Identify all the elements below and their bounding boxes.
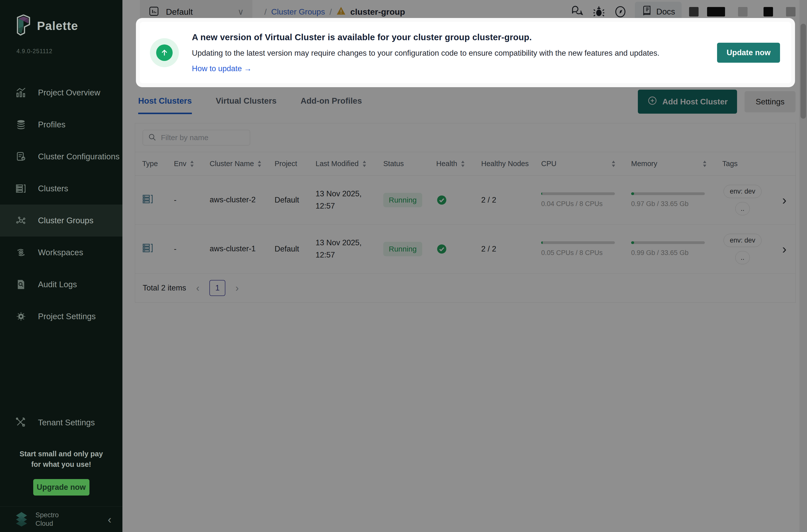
- row-expand-cell[interactable]: ›: [765, 176, 795, 224]
- scrollbar-thumb[interactable]: [801, 24, 806, 119]
- sidebar-item-workspaces[interactable]: Workspaces: [0, 236, 123, 268]
- user-avatar[interactable]: [764, 7, 773, 17]
- tag-badge: env: dev: [724, 234, 762, 247]
- column-header-memory[interactable]: Memory: [624, 152, 715, 175]
- docs-label: Docs: [656, 7, 675, 17]
- sidebar-item-profiles[interactable]: Profiles: [0, 109, 123, 140]
- table-row-aws-cluster-2[interactable]: - aws-cluster-2 Default 13 Nov 2025,12:5…: [135, 176, 795, 225]
- sort-icon[interactable]: [257, 160, 262, 167]
- audit-log-icon: [15, 279, 27, 290]
- sort-icon[interactable]: [461, 160, 465, 167]
- project-chart-icon: [148, 6, 159, 18]
- update-now-button[interactable]: Update now: [717, 43, 780, 63]
- chevron-right-icon[interactable]: ›: [772, 242, 793, 256]
- promo-line-2: for what you use!: [7, 459, 115, 470]
- project-selector[interactable]: Default ∨: [140, 0, 252, 23]
- redacted-block: [738, 7, 748, 17]
- column-header-status[interactable]: Status: [376, 152, 429, 175]
- sidebar-item-project-overview[interactable]: Project Overview: [0, 77, 123, 109]
- sidebar-item-label: Project Overview: [38, 88, 100, 97]
- table-footer: Total 2 items ‹ 1 ›: [135, 273, 795, 302]
- arrow-up-icon: [156, 44, 173, 61]
- column-header-actions: [765, 152, 795, 175]
- database-icon: [15, 119, 27, 131]
- sidebar-item-cluster-configurations[interactable]: Cluster Configurations: [0, 140, 123, 173]
- sort-icon[interactable]: [362, 160, 367, 167]
- sidebar-item-clusters[interactable]: Clusters: [0, 173, 123, 205]
- sort-icon[interactable]: [190, 160, 194, 167]
- breadcrumb-cluster-groups-link[interactable]: Cluster Groups: [271, 7, 325, 17]
- cpu-meter: [541, 192, 615, 195]
- table-row-aws-cluster-1[interactable]: - aws-cluster-1 Default 13 Nov 2025,12:5…: [135, 225, 795, 273]
- memory-meter: [631, 192, 705, 195]
- column-header-project[interactable]: Project: [267, 152, 308, 175]
- last-modified-cell: 13 Nov 2025,12:57: [308, 225, 376, 273]
- settings-button[interactable]: Settings: [745, 91, 795, 112]
- tags-cell: env: dev ..: [715, 225, 765, 273]
- column-header-type[interactable]: Type: [135, 152, 167, 175]
- chevron-right-icon[interactable]: ›: [772, 193, 793, 208]
- tab-host-clusters[interactable]: Host Clusters: [138, 89, 192, 114]
- sidebar-item-label: Audit Logs: [38, 280, 77, 289]
- orbit-icon: [15, 247, 27, 259]
- env-cell: -: [167, 176, 203, 224]
- bug-report-icon[interactable]: [592, 5, 606, 19]
- previous-page-icon[interactable]: ‹: [196, 283, 200, 293]
- redacted-block: [707, 7, 725, 17]
- how-to-update-link[interactable]: How to update →: [192, 64, 252, 73]
- upgrade-now-button[interactable]: Upgrade now: [33, 479, 90, 496]
- plus-circle-icon: [648, 96, 657, 108]
- cluster-name-cell[interactable]: aws-cluster-1: [203, 225, 267, 273]
- sidebar-item-tenant-settings[interactable]: Tenant Settings: [0, 406, 123, 439]
- sidebar-item-audit-logs[interactable]: Audit Logs: [0, 268, 123, 301]
- sort-icon[interactable]: [612, 160, 616, 167]
- chevron-down-icon: ∨: [238, 7, 244, 17]
- sidebar-item-label: Workspaces: [38, 248, 83, 257]
- column-header-cluster-name[interactable]: Cluster Name: [203, 152, 267, 175]
- column-header-env[interactable]: Env: [167, 152, 203, 175]
- add-host-cluster-button[interactable]: Add Host Cluster: [638, 90, 737, 114]
- sidebar-spacer: [0, 332, 123, 406]
- column-header-health[interactable]: Health: [429, 152, 474, 175]
- column-header-last-modified[interactable]: Last Modified: [308, 152, 376, 175]
- more-tags-badge[interactable]: ..: [735, 202, 750, 215]
- feedback-chat-icon[interactable]: [570, 5, 584, 19]
- sidebar-item-project-settings[interactable]: Project Settings: [0, 301, 123, 332]
- tab-virtual-clusters[interactable]: Virtual Clusters: [216, 89, 277, 114]
- sidebar-footer: Spectro Cloud ‹: [0, 507, 123, 532]
- upgrade-promo-text: Start small and only pay for what you us…: [0, 439, 123, 472]
- sidebar-item-cluster-groups[interactable]: Cluster Groups: [0, 205, 123, 236]
- cluster-type-icon: [142, 193, 154, 207]
- type-cell: [135, 176, 167, 224]
- last-modified-cell: 13 Nov 2025,12:57: [308, 176, 376, 224]
- memory-meter: [631, 241, 705, 244]
- cluster-name-cell[interactable]: aws-cluster-2: [203, 176, 267, 224]
- docs-button[interactable]: Docs: [635, 2, 681, 22]
- page-number[interactable]: 1: [209, 280, 225, 296]
- status-badge: Running: [383, 193, 422, 207]
- column-header-healthy-nodes[interactable]: Healthy Nodes: [474, 152, 534, 175]
- warning-icon: [336, 6, 346, 17]
- env-cell: -: [167, 225, 203, 273]
- row-expand-cell[interactable]: ›: [765, 225, 795, 273]
- type-cell: [135, 225, 167, 273]
- app-window: Palette 4.9.0-251112 Project Overview: [0, 0, 807, 532]
- healthy-nodes-cell: 2 / 2: [474, 176, 534, 224]
- scrollbar[interactable]: [800, 0, 807, 532]
- help-compass-icon[interactable]: [613, 5, 627, 19]
- column-header-cpu[interactable]: CPU: [534, 152, 624, 175]
- sidebar-item-label: Cluster Groups: [38, 216, 93, 225]
- cpu-meter: [541, 241, 615, 244]
- servers-icon: [15, 183, 27, 194]
- more-tags-badge[interactable]: ..: [735, 251, 750, 264]
- tab-add-on-profiles[interactable]: Add-on Profiles: [301, 89, 362, 114]
- collapse-sidebar-icon[interactable]: ‹: [108, 514, 111, 525]
- cluster-type-icon: [142, 242, 154, 256]
- filter-search-box[interactable]: [143, 130, 250, 145]
- column-header-tags[interactable]: Tags: [715, 152, 765, 175]
- next-page-icon[interactable]: ›: [236, 283, 239, 293]
- sidebar-item-label: Profiles: [38, 120, 65, 129]
- filter-input[interactable]: [161, 133, 243, 142]
- sort-icon[interactable]: [702, 160, 707, 167]
- banner-title: A new version of Virtual Cluster is avai…: [192, 32, 707, 42]
